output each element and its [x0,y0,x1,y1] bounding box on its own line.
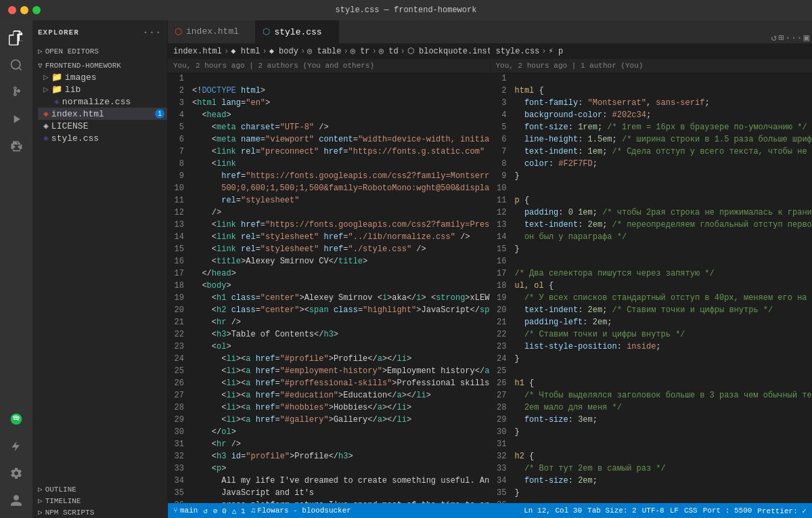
sidebar: EXPLORER ··· ▷ OPEN EDITORS ▽ FRONTEND-H… [32,20,168,518]
timeline-label: TIMELINE [45,497,81,505]
tree-item-index-html[interactable]: ◈ index.html 1 [38,108,167,120]
tree-item-normalize[interactable]: ◈ normalize.css [49,95,167,108]
activity-explorer-icon[interactable] [4,26,28,50]
sync-icon[interactable]: ↺ [203,506,208,515]
tab-index-html[interactable]: ⬡ index.html × [168,20,256,43]
open-editors-section: ▷ OPEN EDITORS [32,44,167,58]
css-icon-normalize: ◈ [54,96,60,107]
sidebar-header-icons: ··· [143,27,162,38]
eol-text: LF [670,506,679,515]
tab-more-icon[interactable]: ··· [785,33,802,43]
breadcrumb-body: ◆ body [269,46,298,56]
tab-style-css[interactable]: ⬡ style.css × [256,20,339,43]
git-branch[interactable]: ⑂ main [173,506,198,515]
activity-spotify-icon[interactable] [4,407,28,431]
folder-icon-lib: 📁 [51,84,62,95]
activity-bar [0,20,32,518]
prettier-status[interactable]: Prettier: ✓ [757,506,807,515]
open-editors-label: OPEN EDITORS [45,47,99,56]
project-section: ▽ FRONTEND-HOMEWORK ▷ 📁 images ▷ 📁 lib ◈ [32,58,167,146]
activity-account-icon[interactable] [4,488,28,513]
activity-source-control-icon[interactable] [4,80,28,104]
css-icon-style: ◈ [43,133,49,144]
encoding[interactable]: UTF-8 [642,506,664,515]
status-right: Ln 12, Col 30 Tab Size: 2 UTF-8 LF CSS P… [524,506,807,515]
breadcrumb-td: ◎ td [379,46,399,56]
chevron-right-outline: ▷ [38,485,43,494]
activity-bottom [4,407,28,518]
minimize-button[interactable] [20,6,28,14]
activity-settings-icon[interactable] [4,461,28,485]
activity-run-icon[interactable] [4,107,28,131]
npm-section[interactable]: ▷ NPM SCRIPTS [32,506,167,518]
breadcrumb-table: ◎ table [307,46,341,56]
left-code-content: <!DOCTYPE html> <html lang="en"> <head> … [189,72,490,503]
tree-item-style-label: style.css [51,133,99,144]
breadcrumb-blockquote: ⬡ blockquote.instagram-media [407,46,490,56]
warnings-status[interactable]: △ 1 [232,506,246,515]
tab-style-label: style.css [274,27,321,37]
errors-text: ⊘ 0 [213,506,227,515]
project-name-label: FRONTEND-HOMEWORK [45,62,121,70]
title-bar: style.css — frontend-homework [0,0,812,20]
timeline-section[interactable]: ▷ TIMELINE [32,495,167,506]
activity-remote-icon[interactable] [4,434,28,458]
maximize-button[interactable] [32,6,41,14]
window-title: style.css — frontend-homework [336,5,477,15]
tree-item-style-css[interactable]: ◈ style.css [38,132,167,144]
project-toggle[interactable]: ▽ FRONTEND-HOMEWORK [32,60,167,71]
left-editor-pane: index.html › ◆ html › ◆ body › ◎ table ›… [168,44,491,503]
chevron-right-timeline: ▷ [38,496,43,505]
song-playing[interactable]: ♫ Flowars - bloodsucker [251,506,351,515]
outline-section[interactable]: ▷ OUTLINE [32,483,167,495]
status-left: ⑂ main ↺ ⊘ 0 △ 1 ♫ Flowars - bloodsucker [173,506,351,515]
language-text: CSS [684,506,698,515]
breadcrumb-file: index.html [173,47,222,56]
chevron-down-icon: ▽ [38,61,43,70]
editor-area: ⬡ index.html × ⬡ style.css × ↺ ⊞ ··· ▣ [168,20,812,518]
tab-history-icon[interactable]: ↺ [771,32,776,43]
left-line-numbers: 12345 678910 1112131415 1617181920 21222… [168,72,189,503]
html-icon: ◈ [43,108,49,119]
tree-item-lib[interactable]: ▷ 📁 lib [38,83,167,95]
open-editors-toggle[interactable]: ▷ OPEN EDITORS [32,45,167,57]
tab-size-text: Tab Size: 2 [587,506,637,515]
left-code-editor[interactable]: 12345 678910 1112131415 1617181920 21222… [168,72,490,503]
close-button[interactable] [8,6,16,14]
warnings-text: △ 1 [232,506,246,515]
outline-label: OUTLINE [45,485,76,494]
tab-split-icon[interactable]: ⊞ [778,32,784,43]
left-git-info: You, 2 hours ago | 2 authors (You and ot… [168,59,490,72]
tab-layout-icon[interactable]: ▣ [804,32,809,43]
activity-extensions-icon[interactable] [4,134,28,158]
sidebar-header: EXPLORER ··· [32,20,167,44]
tab-actions: ↺ ⊞ ··· ▣ [768,32,812,43]
right-breadcrumb-p: ⚡ p [549,46,564,56]
music-note-icon: ♫ [251,506,256,515]
chevron-right-npm: ▷ [38,508,43,517]
tree-item-index-label: index.html [51,109,104,119]
language-mode[interactable]: CSS [684,506,698,515]
tabs-row: ⬡ index.html × ⬡ style.css × ↺ ⊞ ··· ▣ [168,20,812,44]
folder-icon: 📁 [51,72,62,83]
tree-item-normalize-label: normalize.css [62,97,131,107]
main-container: EXPLORER ··· ▷ OPEN EDITORS ▽ FRONTEND-H… [0,20,812,518]
npm-label: NPM SCRIPTS [45,509,95,517]
activity-search-icon[interactable] [4,53,28,77]
sidebar-more-icon[interactable]: ··· [143,27,162,38]
tree-item-images[interactable]: ▷ 📁 images [38,71,167,83]
tab-size[interactable]: Tab Size: 2 [587,506,637,515]
tree-item-license[interactable]: ◈ LICENSE [38,120,167,132]
right-code-editor[interactable]: 12345 678910 1112131415 1617181920 21222… [491,72,813,503]
left-breadcrumb: index.html › ◆ html › ◆ body › ◎ table ›… [168,44,490,59]
status-bar: ⑂ main ↺ ⊘ 0 △ 1 ♫ Flowars - bloodsucker [168,503,812,518]
breadcrumb-tr: ◎ tr [351,46,370,56]
eol[interactable]: LF [670,506,679,515]
chevron-right-icon-lib: ▷ [43,84,49,95]
cursor-position[interactable]: Ln 12, Col 30 [524,506,582,515]
port-status[interactable]: Port : 5500 [703,506,752,515]
window-controls[interactable] [8,6,41,14]
right-breadcrumb: style.css › ⚡ p [491,44,813,59]
chevron-right-icon: ▷ [43,72,49,83]
errors-status[interactable]: ⊘ 0 [213,506,227,515]
